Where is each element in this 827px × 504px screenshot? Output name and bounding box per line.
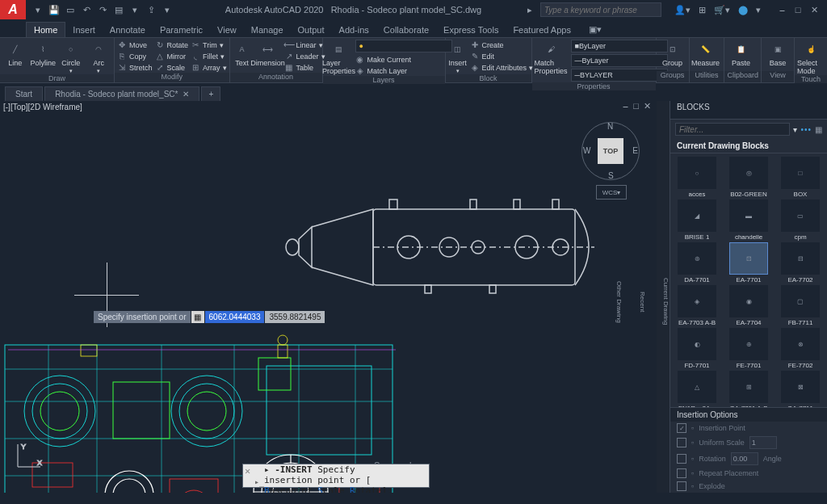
paste-button[interactable]: 📋Paste bbox=[727, 39, 754, 67]
block-item[interactable]: ⊕FE-7701 bbox=[724, 328, 774, 369]
current-layer-dropdown[interactable]: ● bbox=[355, 40, 452, 52]
block-item[interactable]: ▬chandelle bbox=[724, 200, 774, 241]
close-tab-icon[interactable]: ✕ bbox=[183, 90, 189, 99]
linetype-dropdown[interactable]: ─ BYLAYER bbox=[571, 69, 668, 82]
leader-button[interactable]: ↗Leader ▾ bbox=[284, 51, 325, 61]
select-mode-button[interactable]: ☝Select Mode bbox=[797, 39, 825, 75]
block-item[interactable]: ⊟EA-7702 bbox=[775, 242, 825, 284]
maximize-button[interactable]: □ bbox=[791, 4, 804, 15]
sidetab-recent[interactable]: Recent bbox=[639, 292, 646, 312]
line-button[interactable]: ╱Line bbox=[2, 39, 27, 67]
block-item[interactable]: ◎B02-GREEN bbox=[724, 157, 774, 198]
option-checkbox[interactable] bbox=[677, 438, 686, 447]
tab-express[interactable]: Express Tools bbox=[436, 23, 506, 37]
group-label-modify[interactable]: Modify bbox=[115, 73, 229, 82]
help-dropdown-icon[interactable]: ▾ bbox=[756, 5, 761, 15]
fillet-button[interactable]: ◟Fillet ▾ bbox=[191, 51, 227, 61]
block-item[interactable]: △FN1Rev2A... bbox=[672, 371, 722, 407]
insertion-option-row[interactable]: ✓▫Insertion Point bbox=[670, 422, 827, 435]
option-checkbox[interactable] bbox=[677, 481, 686, 491]
group-label-clipboard[interactable]: Clipboard bbox=[724, 71, 761, 82]
insertion-option-row[interactable]: ▫Uniform Scale bbox=[670, 435, 827, 451]
app-logo[interactable]: A bbox=[0, 0, 26, 19]
tab-output[interactable]: Output bbox=[291, 23, 332, 37]
rotate-button[interactable]: ↻Rotate bbox=[155, 40, 189, 50]
match-layer-button[interactable]: ◈Match Layer bbox=[355, 65, 443, 76]
start-tab[interactable]: Start bbox=[5, 86, 43, 101]
tab-addins[interactable]: Add-ins bbox=[332, 23, 376, 37]
block-item[interactable]: ◢BRISE 1 bbox=[672, 200, 722, 241]
sidetab-other[interactable]: Other Drawing bbox=[615, 281, 623, 323]
block-item[interactable]: ◈EA-7703 A-B bbox=[672, 285, 722, 326]
display-mode-icon[interactable]: ▦ bbox=[815, 125, 822, 134]
layer-properties-button[interactable]: ▤Layer Properties bbox=[325, 39, 353, 75]
save-icon[interactable]: 💾 bbox=[48, 4, 60, 15]
make-current-button[interactable]: ◉Make Current bbox=[355, 54, 443, 65]
viewport-maximize-icon[interactable]: □ bbox=[633, 101, 639, 111]
block-item[interactable]: ⊗FE-7702 bbox=[775, 328, 825, 369]
y-coordinate-input[interactable]: 3559.8821495 bbox=[265, 311, 325, 323]
move-button[interactable]: ✥Move bbox=[117, 40, 153, 50]
tab-manage[interactable]: Manage bbox=[244, 23, 291, 37]
create-block-button[interactable]: ✚Create bbox=[470, 40, 534, 50]
option-checkbox[interactable] bbox=[677, 454, 686, 464]
qat-dropdown-icon[interactable]: ▾ bbox=[129, 4, 141, 15]
tab-featured[interactable]: Featured Apps bbox=[506, 23, 578, 37]
view-label[interactable]: [-][Top][2D Wireframe] bbox=[3, 103, 82, 111]
option-checkbox[interactable]: ✓ bbox=[677, 423, 686, 433]
block-item[interactable]: ▭cpm bbox=[775, 200, 825, 241]
close-button[interactable]: ✕ bbox=[808, 4, 821, 15]
qat-menu-icon[interactable]: ▾ bbox=[32, 4, 44, 15]
cmdline-close-icon[interactable]: ✕ bbox=[245, 466, 256, 477]
color-dropdown[interactable]: ■ ByLayer bbox=[571, 40, 668, 52]
circle-button[interactable]: ○Circle▾ bbox=[58, 39, 83, 74]
group-label-groups[interactable]: Groups bbox=[657, 71, 689, 82]
block-item[interactable]: ⊠GA-7711 bbox=[775, 371, 825, 407]
blocks-section-title[interactable]: Current Drawing Blocks bbox=[670, 139, 827, 153]
viewcube-top-face[interactable]: TOP bbox=[598, 138, 623, 164]
edit-attributes-button[interactable]: ◈Edit Attributes ▾ bbox=[470, 62, 534, 73]
dimension-button[interactable]: ⟷Dimension bbox=[254, 39, 282, 67]
insertion-option-row[interactable]: ▫Explode bbox=[670, 480, 827, 493]
minimize-button[interactable]: ‒ bbox=[775, 4, 788, 15]
tab-annotate[interactable]: Annotate bbox=[103, 23, 153, 37]
tab-home[interactable]: Home bbox=[26, 22, 65, 37]
print-icon[interactable]: ▤ bbox=[113, 4, 124, 15]
tab-collaborate[interactable]: Collaborate bbox=[376, 23, 436, 37]
match-properties-button[interactable]: 🖌Match Properties bbox=[535, 39, 569, 75]
share-icon[interactable]: ⇪ bbox=[145, 4, 157, 15]
group-label-block[interactable]: Block bbox=[446, 74, 531, 82]
table-button[interactable]: ▦Table bbox=[284, 62, 325, 73]
array-button[interactable]: ⊞Array ▾ bbox=[191, 62, 227, 73]
copy-button[interactable]: ⎘Copy bbox=[117, 51, 153, 61]
group-label-annotation[interactable]: Annotation bbox=[230, 73, 322, 82]
scale-button[interactable]: ⤢Scale bbox=[155, 62, 189, 73]
block-item[interactable]: ⊞GA-7701 A-B bbox=[724, 371, 774, 407]
command-line[interactable]: ✕ ▸_ ▸ -INSERT Specify insertion point o… bbox=[242, 464, 430, 488]
tab-view[interactable]: View bbox=[210, 23, 244, 37]
block-item[interactable]: ◐FD-7701 bbox=[672, 328, 722, 369]
filter-dropdown-icon[interactable]: ▾ bbox=[793, 125, 797, 134]
drawing-tab[interactable]: Rhodia - Sodeco plant model_SC*✕ bbox=[44, 86, 199, 101]
option-value-input[interactable] bbox=[731, 452, 758, 465]
ucs-icon[interactable]: Y X bbox=[11, 441, 44, 473]
keyword-search-input[interactable] bbox=[540, 2, 661, 17]
search-arrow-icon[interactable]: ▸ bbox=[527, 5, 532, 15]
tab-parametric[interactable]: Parametric bbox=[153, 23, 210, 37]
group-label-view[interactable]: View bbox=[762, 71, 794, 82]
group-label-utilities[interactable]: Utilities bbox=[690, 71, 724, 82]
block-item[interactable]: ⊡EA-7701 bbox=[724, 242, 774, 284]
redo-icon[interactable]: ↷ bbox=[97, 4, 108, 15]
sidetab-current[interactable]: Current Drawing bbox=[662, 278, 670, 325]
open-icon[interactable]: ▭ bbox=[65, 4, 76, 15]
x-coordinate-input[interactable]: 6062.0444033 bbox=[205, 311, 265, 323]
group-label-touch[interactable]: Touch bbox=[795, 75, 827, 83]
stretch-button[interactable]: ⇲Stretch bbox=[117, 62, 153, 73]
help-icon[interactable]: ⬤ bbox=[738, 5, 748, 15]
tab-insert[interactable]: Insert bbox=[65, 23, 103, 37]
trim-button[interactable]: ✂Trim ▾ bbox=[191, 40, 227, 50]
group-label-layers[interactable]: Layers bbox=[323, 76, 445, 84]
arc-button[interactable]: ◠Arc▾ bbox=[86, 39, 111, 74]
block-item[interactable]: ▢FB-7711 bbox=[775, 285, 825, 326]
new-tab-button[interactable]: + bbox=[201, 86, 220, 101]
